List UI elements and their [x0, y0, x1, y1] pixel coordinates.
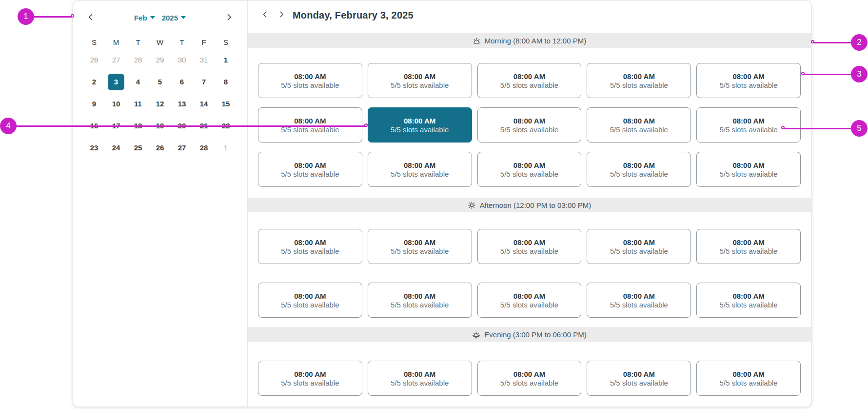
time-slot[interactable]: 08:00 AM5/5 slots available	[696, 152, 801, 187]
sun-icon	[468, 201, 476, 209]
calendar-day[interactable]: 8	[217, 74, 234, 90]
time-slot[interactable]: 08:00 AM5/5 slots available	[587, 229, 691, 264]
calendar-day[interactable]: 26	[152, 140, 168, 156]
calendar-day[interactable]: 20	[174, 118, 190, 134]
calendar-day[interactable]: 25	[130, 140, 146, 156]
time-slot[interactable]: 08:00 AM5/5 slots available	[258, 152, 362, 187]
calendar-day-selected[interactable]: 3	[108, 74, 124, 90]
chevron-right-icon	[278, 11, 285, 20]
calendar-day[interactable]: 1	[217, 140, 234, 156]
calendar-day[interactable]: 2	[86, 74, 102, 90]
calendar-day[interactable]: 5	[152, 74, 168, 90]
time-slot-selected[interactable]: 08:00 AM5/5 slots available	[368, 107, 472, 143]
calendar-day[interactable]: 10	[108, 96, 124, 112]
time-slot[interactable]: 08:00 AM5/5 slots available	[696, 63, 801, 98]
slot-availability: 5/5 slots available	[719, 126, 777, 133]
time-slot[interactable]: 08:00 AM5/5 slots available	[477, 361, 582, 396]
time-slot[interactable]: 08:00 AM5/5 slots available	[587, 283, 691, 318]
calendar-day[interactable]: 12	[152, 96, 168, 112]
slot-time: 08:00 AM	[623, 162, 655, 169]
calendar-day[interactable]: 1	[217, 52, 234, 68]
time-slot[interactable]: 08:00 AM5/5 slots available	[258, 63, 362, 98]
time-slot[interactable]: 08:00 AM5/5 slots available	[587, 107, 691, 143]
slot-time: 08:00 AM	[732, 239, 764, 246]
calendar-next-month-button[interactable]	[222, 11, 236, 24]
slot-time: 08:00 AM	[732, 292, 764, 300]
calendar-day[interactable]: 28	[130, 52, 146, 68]
calendar-day[interactable]: 7	[196, 74, 212, 90]
chevron-down-icon	[150, 16, 155, 19]
section-label: Afternoon (12:00 PM to 03:00 PM)	[480, 201, 591, 209]
slot-availability: 5/5 slots available	[391, 126, 449, 133]
slot-availability: 5/5 slots available	[281, 301, 339, 308]
time-slot[interactable]: 08:00 AM5/5 slots available	[368, 229, 472, 264]
time-slot[interactable]: 08:00 AM5/5 slots available	[696, 107, 801, 143]
calendar-day[interactable]: 9	[86, 96, 102, 112]
calendar-day[interactable]: 18	[130, 118, 146, 134]
time-slot[interactable]: 08:00 AM5/5 slots available	[696, 229, 801, 264]
slot-availability: 5/5 slots available	[281, 126, 339, 133]
calendar-day[interactable]: 14	[196, 96, 212, 112]
time-slot[interactable]: 08:00 AM5/5 slots available	[477, 107, 582, 143]
time-slot[interactable]: 08:00 AM5/5 slots available	[587, 152, 691, 187]
weekday-label: S	[83, 35, 105, 49]
slot-availability: 5/5 slots available	[500, 82, 558, 89]
mini-calendar-panel: Feb 2025 SMTWTFS 26272829303112345678910…	[73, 1, 248, 407]
calendar-day[interactable]: 21	[196, 118, 212, 134]
annotation-badge-4: 4	[0, 118, 17, 134]
calendar-day[interactable]: 4	[130, 74, 146, 90]
calendar-day[interactable]: 24	[108, 140, 124, 156]
calendar-day[interactable]: 16	[86, 118, 102, 134]
time-slot[interactable]: 08:00 AM5/5 slots available	[477, 152, 582, 187]
month-select[interactable]: Feb	[134, 14, 155, 22]
time-slot[interactable]: 08:00 AM5/5 slots available	[258, 229, 362, 264]
time-slot[interactable]: 08:00 AM5/5 slots available	[696, 361, 801, 396]
calendar-day[interactable]: 13	[174, 96, 190, 112]
time-slot[interactable]: 08:00 AM5/5 slots available	[587, 63, 691, 98]
calendar-day[interactable]: 30	[174, 52, 190, 68]
weekday-header-row: SMTWTFS	[73, 35, 247, 49]
slot-time: 08:00 AM	[623, 117, 655, 124]
calendar-header: Feb 2025	[84, 11, 236, 24]
calendar-day[interactable]: 29	[152, 52, 168, 68]
slot-availability: 5/5 slots available	[610, 301, 668, 308]
time-slot[interactable]: 08:00 AM5/5 slots available	[477, 229, 582, 264]
time-slot[interactable]: 08:00 AM5/5 slots available	[258, 283, 362, 318]
time-slot[interactable]: 08:00 AM5/5 slots available	[477, 63, 582, 98]
slot-time: 08:00 AM	[732, 162, 764, 169]
slot-time: 08:00 AM	[513, 239, 545, 246]
calendar-day[interactable]: 11	[130, 96, 146, 112]
slot-time: 08:00 AM	[294, 239, 326, 246]
calendar-day[interactable]: 15	[217, 96, 234, 112]
calendar-prev-month-button[interactable]	[84, 11, 98, 24]
calendar-day[interactable]: 28	[196, 140, 212, 156]
year-select[interactable]: 2025	[162, 14, 186, 22]
calendar-day[interactable]: 27	[174, 140, 190, 156]
time-slot[interactable]: 08:00 AM5/5 slots available	[258, 361, 362, 396]
calendar-day[interactable]: 31	[196, 52, 212, 68]
slot-availability: 5/5 slots available	[500, 170, 558, 178]
time-slot[interactable]: 08:00 AM5/5 slots available	[368, 361, 472, 396]
calendar-day[interactable]: 19	[152, 118, 168, 134]
time-slot[interactable]: 08:00 AM5/5 slots available	[258, 107, 362, 143]
time-slot[interactable]: 08:00 AM5/5 slots available	[368, 283, 472, 318]
calendar-day[interactable]: 27	[108, 52, 124, 68]
calendar-day[interactable]: 6	[174, 74, 190, 90]
time-slot[interactable]: 08:00 AM5/5 slots available	[368, 152, 472, 187]
time-slot[interactable]: 08:00 AM5/5 slots available	[696, 283, 801, 318]
chevron-left-icon	[87, 13, 95, 22]
calendar-day[interactable]: 22	[217, 118, 234, 134]
time-slot[interactable]: 08:00 AM5/5 slots available	[587, 361, 691, 396]
next-day-button[interactable]	[275, 8, 288, 22]
weekday-label: S	[215, 35, 237, 49]
slot-time: 08:00 AM	[404, 239, 435, 246]
prev-day-button[interactable]	[258, 8, 271, 22]
time-slot[interactable]: 08:00 AM5/5 slots available	[368, 63, 472, 98]
year-select-label: 2025	[162, 14, 178, 22]
time-slot[interactable]: 08:00 AM5/5 slots available	[477, 283, 582, 318]
slot-time: 08:00 AM	[623, 292, 655, 300]
calendar-day[interactable]: 26	[86, 52, 102, 68]
calendar-day[interactable]: 17	[108, 118, 124, 134]
calendar-day[interactable]: 23	[86, 140, 102, 156]
weekday-label: T	[127, 35, 149, 49]
